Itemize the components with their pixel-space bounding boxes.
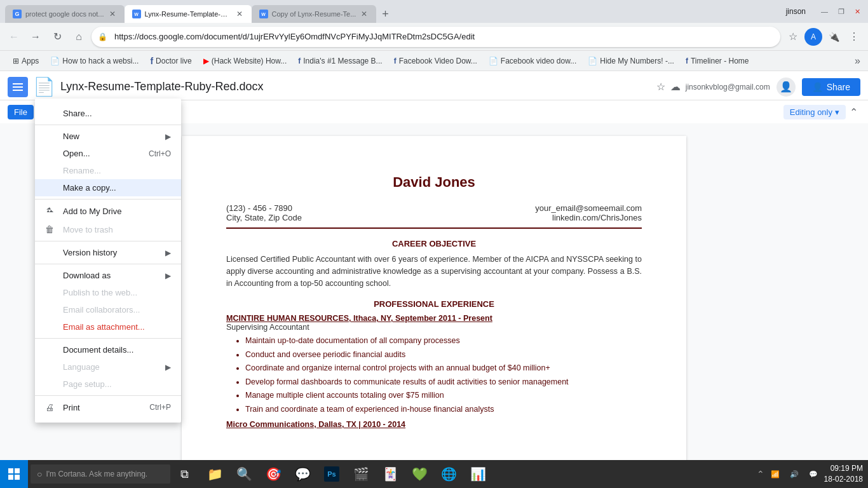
minimize-btn[interactable]: — [818,6,831,17]
tab1-close[interactable]: ✕ [108,8,117,20]
browser-tab-3[interactable]: W Copy of Lynx-Resume-Te... ✕ [252,5,377,23]
taskbar-app-search[interactable]: 🔍 [230,460,258,488]
version-arrow-icon: ▶ [165,248,171,257]
bookmark-8[interactable]: f Timeliner - Home [681,54,754,68]
docs-header: 📄 Lynx-Resume-Template-Ruby-Red.docx ☆ ☁… [0,71,868,100]
taskbar-time[interactable]: 09:19 PM 18-02-2018 [824,463,863,485]
dd-version-label: Version history [63,248,165,257]
taskbar-app-8[interactable]: 💚 [405,460,433,488]
dd-download-as[interactable]: Download as ▶ [35,267,181,284]
star-icon[interactable]: ☆ [656,81,665,93]
svg-rect-6 [15,475,20,480]
extension-btn[interactable]: 🔌 [825,28,843,46]
user-avatar[interactable]: 👤 [776,78,796,97]
taskbar-app-10[interactable]: 📊 [464,460,492,488]
bullet-3: Coordinate and organize internal control… [245,363,642,374]
task-view-btn[interactable]: ⧉ [170,460,198,488]
close-btn[interactable]: ✕ [852,6,863,17]
bookmark-3[interactable]: ▶ (Hack Website) How... [198,54,292,68]
bullet-1: Maintain up-to-date documentation of all… [245,336,642,347]
svg-rect-5 [8,475,13,480]
document-page: David Jones (123) - 456 - 7890 City, Sta… [182,136,686,475]
docs-hamburger-icon[interactable] [8,77,28,97]
time-display: 09:19 PM [824,463,863,474]
dd-new[interactable]: New ▶ [35,128,181,145]
share-label: Share [827,82,850,92]
start-button[interactable] [0,460,28,488]
taskbar-chrome[interactable]: 🌐 [435,460,463,488]
chrome-icon: 🌐 [441,466,456,482]
bookmark-6-label: Facebook video dow... [501,57,576,65]
app4-icon: 💬 [295,466,310,482]
dd-version-history[interactable]: Version history ▶ [35,244,181,261]
notification-icon[interactable]: 💬 [805,469,822,480]
taskbar-file-explorer[interactable]: 📁 [201,460,229,488]
system-tray-expand[interactable]: ⌃ [757,469,764,479]
account-icon-btn[interactable]: A [804,28,822,46]
dd-open[interactable]: Open... Ctrl+O [35,145,181,162]
taskbar-app-4[interactable]: 💬 [288,460,316,488]
dd-make-copy[interactable]: Make a copy... [35,179,181,196]
bookmark-2[interactable]: f Doctor live [145,53,196,69]
toolbar-icons: ☆ A 🔌 ⋮ [784,28,863,46]
viewing-mode-label: Editing only [790,107,832,117]
job1-title: Supervising Accountant [226,323,642,332]
bookmark-apps[interactable]: ⊞ Apps [8,54,44,68]
taskbar-app-3[interactable]: 🎯 [259,460,287,488]
dd-add-to-drive[interactable]: Add to My Drive [35,202,181,220]
share-icon: 👤 [812,82,823,92]
bookmark-5[interactable]: f Facebook Video Dow... [389,54,482,68]
tab3-close[interactable]: ✕ [360,8,369,20]
dd-doc-details-label: Document details... [63,345,171,355]
bookmark-4[interactable]: f India's #1 Message B... [293,54,387,68]
window-user: jinson [786,7,806,16]
svg-rect-4 [15,468,20,473]
taskbar-photoshop[interactable]: Ps [318,460,346,488]
docs-header-right: jinsonkvblog@gmail.com 👤 👤 Share [686,78,860,97]
tab2-title: Lynx-Resume-Template-R... [145,10,231,18]
bookmark-6[interactable]: 📄 Facebook video dow... [484,54,581,68]
bookmark-star-btn[interactable]: ☆ [784,28,802,46]
address-bar[interactable] [92,27,780,47]
dd-print[interactable]: 🖨 Print Ctrl+P [35,398,181,416]
network-icon[interactable]: 📶 [767,469,783,480]
browser-tab-1[interactable]: G protect google docs not... ✕ [5,5,125,23]
print-menu-icon: 🖨 [45,402,58,412]
dd-new-label: New [63,132,165,141]
browser-titlebar: G protect google docs not... ✕ W Lynx-Re… [0,0,868,23]
bookmark-2-label: Doctor live [156,57,192,65]
menu-file[interactable]: File [8,105,34,119]
share-button[interactable]: 👤 Share [802,78,860,96]
app10-icon: 📊 [470,466,485,482]
search-taskbar-icon: 🔍 [236,466,252,482]
bookmark-2-icon: f [150,56,153,66]
bookmark-4-label: India's #1 Message B... [303,57,382,65]
cortana-search[interactable]: ○ I'm Cortana. Ask me anything. [31,464,170,484]
tab2-close[interactable]: ✕ [235,8,244,20]
file-dropdown-menu: Share... New ▶ Open... Ctrl+O Rename... … [35,98,181,423]
forward-btn[interactable]: → [27,28,44,46]
bookmark-1-label: How to hack a websi... [62,57,139,65]
taskbar-app-6[interactable]: 🎬 [347,460,375,488]
career-objective-title: CAREER OBJECTIVE [226,239,642,248]
collapse-btn[interactable]: ⌃ [847,104,860,121]
refresh-btn[interactable]: ↻ [48,28,66,46]
new-tab-btn[interactable]: + [376,5,394,23]
bookmark-7[interactable]: 📄 Hide My Numbers! -... [583,54,679,68]
taskbar-app-7[interactable]: 🃏 [376,460,404,488]
bookmark-1[interactable]: 📄 How to hack a websi... [45,54,144,68]
browser-tab-2[interactable]: W Lynx-Resume-Template-R... ✕ [125,5,252,23]
dd-doc-details[interactable]: Document details... [35,341,181,358]
bookmark-apps-label: Apps [22,57,39,65]
dd-email-attachment[interactable]: Email as attachment... [35,318,181,336]
volume-icon[interactable]: 🔊 [786,469,803,480]
settings-btn[interactable]: ⋮ [845,28,863,46]
bookmarks-more-btn[interactable]: » [855,55,860,67]
maximize-btn[interactable]: ❐ [836,6,847,17]
viewing-mode-btn[interactable]: Editing only ▾ [783,105,846,119]
back-btn[interactable]: ← [5,28,23,46]
dd-page-setup: Page setup... [35,376,181,393]
dd-share[interactable]: Share... [35,105,181,122]
home-btn[interactable]: ⌂ [70,28,88,46]
bookmark-5-icon: f [394,57,397,65]
